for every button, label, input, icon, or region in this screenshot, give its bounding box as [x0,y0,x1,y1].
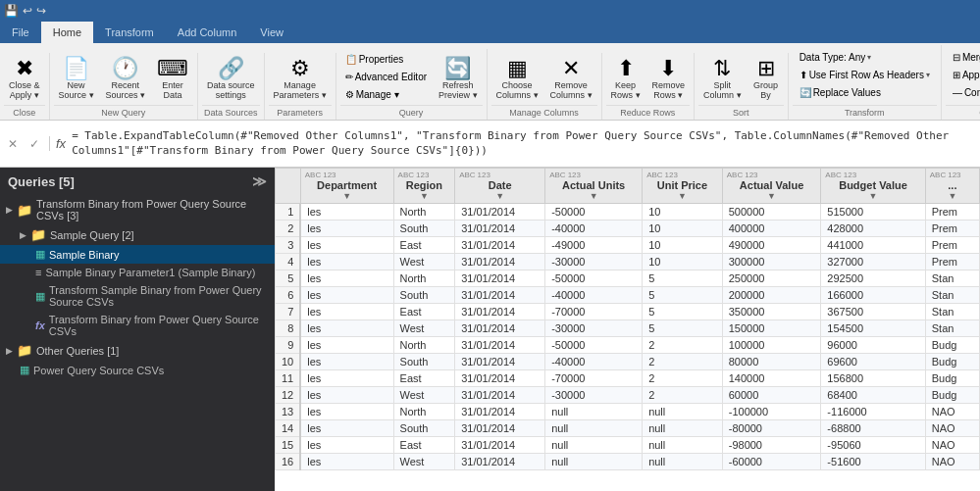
table-cell[interactable]: West [393,387,455,404]
table-cell[interactable]: les [300,337,393,354]
table-cell[interactable]: -50000 [545,337,643,354]
table-cell[interactable]: 69600 [821,354,925,370]
table-cell[interactable]: South [393,221,455,237]
tab-add-column[interactable]: Add Column [166,22,249,43]
table-cell[interactable]: -30000 [545,254,643,270]
sidebar-group-transform-binary-header[interactable]: ▶ 📁 Transform Binary from Power Query So… [0,195,275,224]
table-cell[interactable]: null [545,437,643,454]
table-cell[interactable]: NAO [925,454,979,470]
table-cell[interactable]: 2 [643,387,723,404]
table-cell[interactable]: 2 [643,354,723,370]
table-cell[interactable]: les [300,370,393,387]
refresh-preview-button[interactable]: 🔄 RefreshPreview ▾ [434,55,483,103]
table-cell[interactable]: Stan [925,287,979,304]
table-cell[interactable]: 2 [643,370,723,387]
table-cell[interactable]: East [393,370,455,387]
sidebar-item-sample-binary-param[interactable]: ≡ Sample Binary Parameter1 (Sample Binar… [0,264,275,281]
properties-button[interactable]: 📋 Properties [340,51,432,68]
table-cell[interactable]: les [300,404,393,420]
table-cell[interactable]: North [393,337,455,354]
remove-rows-button[interactable]: ⬇ RemoveRows ▾ [647,55,691,103]
table-cell[interactable]: South [393,354,455,370]
sidebar-item-transform-sample-binary[interactable]: ▦ Transform Sample Binary from Power Que… [0,281,275,311]
table-cell[interactable]: 150000 [722,320,821,337]
table-cell[interactable]: North [393,404,455,420]
table-cell[interactable]: 31/01/2014 [455,454,545,470]
table-cell[interactable]: 490000 [722,237,821,254]
table-cell[interactable]: 80000 [722,354,821,370]
close-apply-button[interactable]: ✖ Close &Apply ▾ [4,55,45,103]
table-cell[interactable]: 31/01/2014 [455,370,545,387]
table-cell[interactable]: -70000 [545,370,643,387]
formula-back-icon[interactable]: ✕ [4,135,22,153]
table-cell[interactable]: West [393,320,455,337]
table-cell[interactable]: 31/01/2014 [455,204,545,221]
table-cell[interactable]: Budg [925,337,979,354]
enter-data-button[interactable]: ⌨ EnterData [152,55,193,103]
table-cell[interactable]: 31/01/2014 [455,237,545,254]
table-cell[interactable]: Prem [925,254,979,270]
table-cell[interactable]: les [300,254,393,270]
table-cell[interactable]: 292500 [821,270,925,287]
new-source-button[interactable]: 📄 NewSource ▾ [54,55,99,103]
col-header-budget-value[interactable]: ABC123 Budget Value ▼ [821,169,925,204]
data-grid-area[interactable]: ABC123 Department ▼ ABC123 Region ▼ [275,168,980,491]
manage-parameters-button[interactable]: ⚙ ManageParameters ▾ [269,55,332,103]
undo-icon[interactable]: ↩ [23,4,32,18]
table-cell[interactable]: Budg [925,370,979,387]
col-header-actual-value[interactable]: ABC123 Actual Value ▼ [722,169,821,204]
sidebar-item-power-query-source[interactable]: ▦ Power Query Source CSVs [0,361,275,379]
table-cell[interactable]: East [393,437,455,454]
col-header-actual-units[interactable]: ABC123 Actual Units ▼ [545,169,643,204]
table-cell[interactable]: NAO [925,437,979,454]
data-type-row[interactable]: Data Type: Any ▾ [795,49,935,66]
col-header-more[interactable]: ABC123 ... ▼ [925,169,979,204]
table-cell[interactable]: -60000 [722,454,821,470]
table-cell[interactable]: -51600 [821,454,925,470]
table-cell[interactable]: Budg [925,387,979,404]
table-cell[interactable]: 31/01/2014 [455,287,545,304]
append-queries-button[interactable]: ⊞ Append Queries ▾ [948,67,980,83]
table-cell[interactable]: les [300,420,393,437]
table-cell[interactable]: NAO [925,420,979,437]
table-cell[interactable]: 428000 [821,221,925,237]
table-cell[interactable]: East [393,304,455,320]
table-cell[interactable]: 10 [643,204,723,221]
table-cell[interactable]: East [393,237,455,254]
table-cell[interactable]: 10 [643,237,723,254]
table-cell[interactable]: 31/01/2014 [455,254,545,270]
table-cell[interactable]: null [643,420,723,437]
table-cell[interactable]: 10 [643,221,723,237]
table-cell[interactable]: null [545,420,643,437]
table-cell[interactable]: les [300,204,393,221]
table-cell[interactable]: North [393,270,455,287]
table-cell[interactable]: les [300,387,393,404]
table-cell[interactable]: 350000 [722,304,821,320]
table-cell[interactable]: 154500 [821,320,925,337]
table-cell[interactable]: 400000 [722,221,821,237]
table-cell[interactable]: West [393,454,455,470]
table-cell[interactable]: les [300,437,393,454]
use-first-row-button[interactable]: ⬆ Use First Row As Headers ▾ [795,67,935,83]
table-cell[interactable]: les [300,270,393,287]
table-cell[interactable]: South [393,420,455,437]
table-cell[interactable]: Budg [925,354,979,370]
table-cell[interactable]: 68400 [821,387,925,404]
table-cell[interactable]: 60000 [722,387,821,404]
table-cell[interactable]: les [300,287,393,304]
table-cell[interactable]: les [300,237,393,254]
table-cell[interactable]: Prem [925,221,979,237]
table-cell[interactable]: 31/01/2014 [455,404,545,420]
table-cell[interactable]: -95060 [821,437,925,454]
table-cell[interactable]: 31/01/2014 [455,337,545,354]
tab-view[interactable]: View [248,22,295,43]
table-cell[interactable]: -30000 [545,320,643,337]
advanced-editor-button[interactable]: ✏ Advanced Editor [340,69,432,85]
table-cell[interactable]: -80000 [722,420,821,437]
group-by-button[interactable]: ⊞ GroupBy [748,55,784,103]
table-cell[interactable]: 31/01/2014 [455,420,545,437]
table-cell[interactable]: -30000 [545,387,643,404]
table-cell[interactable]: 31/01/2014 [455,387,545,404]
table-cell[interactable]: Prem [925,204,979,221]
table-cell[interactable]: 327000 [821,254,925,270]
